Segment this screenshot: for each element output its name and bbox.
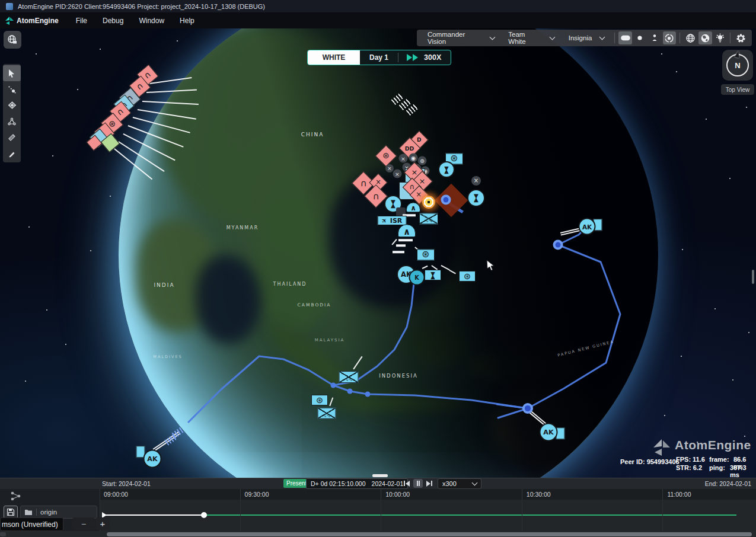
dot-icon <box>634 33 645 43</box>
grid-globe-toggle[interactable] <box>684 31 697 44</box>
insignia-dropdown-label: Insignia <box>569 34 592 41</box>
globe-screen-icon <box>7 34 18 45</box>
atomengine-watermark-label: AtomEngine <box>675 438 751 452</box>
nameplate-toggle[interactable] <box>618 31 632 44</box>
unit-figure-toggle[interactable] <box>648 31 662 44</box>
timeline-end-label: End: 2024-02-01 <box>705 480 751 487</box>
day-label[interactable]: Day 1 <box>360 53 398 62</box>
globe-view-button[interactable] <box>4 31 21 49</box>
menu-file[interactable]: File <box>69 15 94 27</box>
grid-line <box>662 500 663 531</box>
gear-icon <box>735 33 747 44</box>
sim-clock: D+ 0d 02:15:10.000 <box>311 480 366 487</box>
track-name-label: origin <box>40 509 57 516</box>
save-button[interactable] <box>4 506 18 519</box>
menu-debug[interactable]: Debug <box>96 15 130 27</box>
team-dropdown[interactable]: Team White <box>501 31 561 45</box>
timeline-scrollbar[interactable] <box>0 531 756 537</box>
ring-marker-toggle[interactable] <box>663 31 677 44</box>
title-bar: AtomEngine PID:2620 Client:954993406 Pro… <box>0 0 756 13</box>
path-points-icon <box>7 85 17 94</box>
zoom-out-button[interactable]: − <box>72 517 95 530</box>
top-view-button[interactable]: Top View <box>721 84 754 95</box>
ruler-icon <box>7 133 17 142</box>
tick-separator <box>240 489 241 500</box>
timeline-resize-handle[interactable] <box>372 474 388 477</box>
vision-dropdown[interactable]: Commander Vision <box>420 31 501 45</box>
playback-speed-value: x300 <box>442 480 457 487</box>
chevron-down-icon <box>472 480 478 486</box>
atomengine-logo-icon <box>4 15 14 26</box>
ping-stat-label: ping: <box>709 464 725 471</box>
fps-stat: FPS: 11.6 <box>676 456 705 463</box>
sim-time-control: WHITE Day 1 300X <box>307 50 451 65</box>
track-name-field[interactable]: origin <box>20 506 97 519</box>
tool-path[interactable] <box>3 81 21 97</box>
compass-ring: N <box>726 54 749 76</box>
earth-view-toggle[interactable] <box>698 31 712 44</box>
timeline-tick: 09:30:00 <box>245 491 269 498</box>
add-track-button[interactable]: + <box>95 517 110 530</box>
scrollbar-thumb[interactable] <box>107 532 752 536</box>
person-icon <box>649 33 660 43</box>
sim-speed-label[interactable]: 300X <box>424 53 451 62</box>
timeline-ruler[interactable]: 09:00:0009:30:0010:00:0010:30:0011:00:00 <box>100 489 756 500</box>
insignia-dropdown[interactable]: Insignia <box>562 34 612 41</box>
cursor-icon <box>7 69 17 78</box>
tool-ruler[interactable] <box>3 129 21 145</box>
skip-end-button[interactable] <box>425 479 434 488</box>
skip-start-button[interactable] <box>402 479 412 488</box>
night-shade <box>119 28 658 478</box>
time-display[interactable]: D+ 0d 02:15:10.000 2024-02-01 <box>306 478 408 489</box>
grid-line <box>522 500 522 531</box>
tick-separator <box>381 489 381 500</box>
compass-needle-icon <box>735 50 741 58</box>
floppy-icon <box>7 508 15 516</box>
sim-date: 2024-02-01 <box>372 480 404 487</box>
dot-marker-toggle[interactable] <box>633 31 647 44</box>
frame-stat-label: frame: <box>709 456 729 463</box>
timeline-tracks[interactable] <box>100 500 756 531</box>
polygon-nodes-icon <box>7 117 17 126</box>
lamp-icon <box>714 33 726 44</box>
share-icon[interactable] <box>11 491 21 501</box>
tool-rail <box>3 64 21 162</box>
map-viewport[interactable] <box>0 28 756 478</box>
menu-help[interactable]: Help <box>173 15 201 27</box>
timeline-tick: 10:30:00 <box>527 491 551 498</box>
folder-icon <box>24 509 33 516</box>
ring-icon <box>664 33 675 44</box>
chevron-down-icon <box>550 34 556 40</box>
team-dropdown-label: Team White <box>508 31 542 45</box>
atomengine-watermark-icon <box>649 437 672 458</box>
track-future-line <box>204 514 736 516</box>
menu-window[interactable]: Window <box>132 15 171 27</box>
timeline-sidebar: origin mson (Unverified) − + <box>0 489 100 531</box>
timeline-start-label: Start: 2024-02-01 <box>102 480 151 487</box>
timeline-panel: Start: 2024-02-01 Present D+ 0d 02:15:10… <box>0 478 756 537</box>
ping-stat-value: 367.3 ms <box>730 464 756 478</box>
pause-button[interactable] <box>413 479 423 488</box>
tool-select[interactable] <box>3 65 21 81</box>
grid-line <box>381 500 381 531</box>
scrollbar-corner <box>0 532 6 536</box>
light-toggle[interactable] <box>713 31 727 44</box>
tool-polygon[interactable] <box>3 113 21 129</box>
viewport-scrollbar[interactable] <box>752 270 754 284</box>
compass-north-label: N <box>735 61 740 70</box>
vision-dropdown-label: Commander Vision <box>428 31 482 45</box>
compass-widget[interactable]: N <box>722 50 753 81</box>
str-stat: STR: 6.2 <box>676 464 702 471</box>
timeline-tick: 09:00:00 <box>104 491 128 498</box>
tool-mesh[interactable] <box>3 97 21 113</box>
fast-forward-icon[interactable] <box>407 54 418 61</box>
team-white-button[interactable]: WHITE <box>308 50 360 65</box>
grid-line <box>240 500 241 531</box>
wireframe-globe-icon <box>685 33 696 44</box>
playhead-dot[interactable] <box>201 512 207 518</box>
pencil-icon <box>7 149 17 158</box>
settings-button[interactable] <box>734 31 748 44</box>
tool-draw[interactable] <box>3 145 21 161</box>
playback-speed-select[interactable]: x300 <box>438 478 481 489</box>
mesh-layer-icon <box>7 100 17 110</box>
